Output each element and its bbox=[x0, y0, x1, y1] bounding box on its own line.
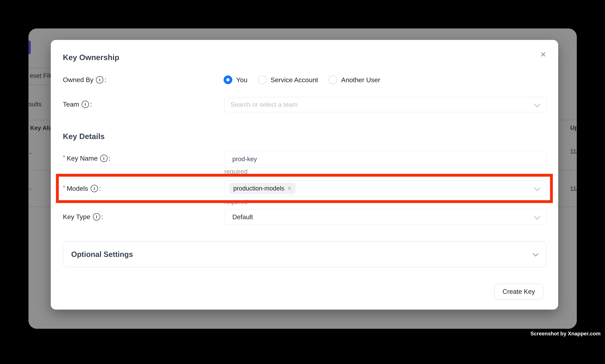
required-asterisk: * bbox=[63, 184, 65, 191]
info-icon[interactable] bbox=[96, 76, 103, 83]
info-icon[interactable] bbox=[93, 213, 100, 221]
key-details-heading: Key Details bbox=[63, 132, 105, 141]
info-icon[interactable] bbox=[100, 155, 108, 162]
models-tag: production-models ✕ bbox=[229, 183, 296, 194]
key-name-label: * Key Name : bbox=[63, 154, 111, 162]
models-select[interactable]: production-models ✕ bbox=[224, 181, 546, 196]
team-select[interactable]: Search or select a team bbox=[224, 97, 546, 112]
owned-by-radio-group: You Service Account Another User bbox=[224, 75, 380, 84]
key-name-validation: required bbox=[224, 168, 247, 175]
models-label: * Models : bbox=[63, 184, 101, 192]
key-type-label: Key Type : bbox=[63, 213, 103, 221]
radio-selected-icon[interactable] bbox=[224, 75, 232, 84]
info-icon[interactable] bbox=[82, 101, 89, 108]
radio-option-service-account[interactable]: Service Account bbox=[258, 75, 318, 84]
required-asterisk: * bbox=[63, 154, 65, 161]
key-name-input[interactable]: prod-key bbox=[224, 151, 546, 168]
optional-settings-label: Optional Settings bbox=[71, 250, 133, 259]
modal-title: Key Ownership bbox=[63, 53, 119, 62]
radio-unselected-icon[interactable] bbox=[258, 75, 267, 84]
models-validation: required bbox=[224, 198, 247, 206]
key-name-value: prod-key bbox=[232, 155, 257, 163]
chevron-down-icon bbox=[534, 213, 541, 220]
key-type-select[interactable]: Default bbox=[224, 209, 546, 225]
chevron-down-icon bbox=[534, 101, 541, 107]
radio-option-you[interactable]: You bbox=[224, 75, 247, 84]
team-label: Team : bbox=[63, 100, 92, 108]
owned-by-label: Owned By : bbox=[63, 76, 106, 84]
create-key-button[interactable]: Create Key bbox=[494, 284, 543, 299]
chevron-down-icon bbox=[533, 251, 539, 256]
info-icon[interactable] bbox=[91, 185, 98, 192]
chevron-down-icon bbox=[534, 184, 541, 191]
remove-tag-icon[interactable]: ✕ bbox=[287, 185, 292, 192]
models-tag-label: production-models bbox=[233, 185, 284, 192]
radio-unselected-icon[interactable] bbox=[328, 75, 337, 84]
radio-option-another-user[interactable]: Another User bbox=[328, 75, 380, 84]
watermark-text: Screenshot by Xnapper.com bbox=[530, 331, 601, 337]
team-select-placeholder: Search or select a team bbox=[231, 101, 297, 108]
create-key-modal: ✕ Key Ownership Owned By : You Service A… bbox=[51, 40, 558, 310]
key-type-value: Default bbox=[232, 213, 253, 221]
close-icon[interactable]: ✕ bbox=[540, 51, 546, 58]
optional-settings-toggle[interactable]: Optional Settings bbox=[63, 241, 546, 267]
